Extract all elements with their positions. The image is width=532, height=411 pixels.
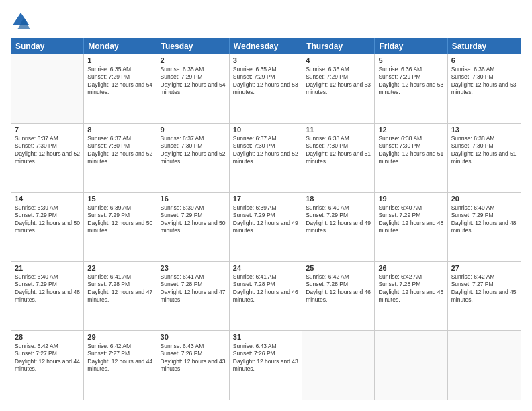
day-number: 2 xyxy=(161,56,226,64)
weekday-header: Sunday xyxy=(11,38,84,54)
calendar: SundayMondayTuesdayWednesdayThursdayFrid… xyxy=(11,38,521,400)
day-number: 30 xyxy=(161,333,226,341)
calendar-cell: 18Sunrise: 6:40 AMSunset: 7:29 PMDayligh… xyxy=(302,193,375,261)
day-number: 4 xyxy=(306,56,371,64)
day-number: 5 xyxy=(378,56,443,64)
calendar-cell xyxy=(11,54,84,123)
cell-info: Sunrise: 6:40 AMSunset: 7:29 PMDaylight:… xyxy=(306,204,371,234)
calendar-cell: 10Sunrise: 6:37 AMSunset: 7:30 PMDayligh… xyxy=(230,124,302,192)
day-number: 31 xyxy=(233,333,298,341)
cell-info: Sunrise: 6:41 AMSunset: 7:28 PMDaylight:… xyxy=(233,273,298,303)
calendar-row: 1Sunrise: 6:35 AMSunset: 7:29 PMDaylight… xyxy=(11,54,521,123)
cell-info: Sunrise: 6:42 AMSunset: 7:27 PMDaylight:… xyxy=(451,273,517,303)
day-number: 17 xyxy=(233,195,298,203)
calendar-cell: 1Sunrise: 6:35 AMSunset: 7:29 PMDaylight… xyxy=(84,54,157,123)
cell-info: Sunrise: 6:39 AMSunset: 7:29 PMDaylight:… xyxy=(233,204,298,234)
weekday-header: Wednesday xyxy=(230,38,302,54)
calendar-body: 1Sunrise: 6:35 AMSunset: 7:29 PMDaylight… xyxy=(11,54,521,400)
cell-info: Sunrise: 6:43 AMSunset: 7:26 PMDaylight:… xyxy=(233,342,298,372)
cell-info: Sunrise: 6:38 AMSunset: 7:30 PMDaylight:… xyxy=(378,135,443,165)
cell-info: Sunrise: 6:40 AMSunset: 7:29 PMDaylight:… xyxy=(15,273,80,303)
calendar-row: 7Sunrise: 6:37 AMSunset: 7:30 PMDaylight… xyxy=(11,123,521,192)
calendar-cell: 23Sunrise: 6:41 AMSunset: 7:28 PMDayligh… xyxy=(157,262,230,330)
cell-info: Sunrise: 6:42 AMSunset: 7:28 PMDaylight:… xyxy=(378,273,443,303)
day-number: 3 xyxy=(233,56,298,64)
cell-info: Sunrise: 6:35 AMSunset: 7:29 PMDaylight:… xyxy=(161,66,226,95)
calendar-cell: 12Sunrise: 6:38 AMSunset: 7:30 PMDayligh… xyxy=(375,124,447,192)
calendar-row: 14Sunrise: 6:39 AMSunset: 7:29 PMDayligh… xyxy=(11,192,521,261)
cell-info: Sunrise: 6:37 AMSunset: 7:30 PMDaylight:… xyxy=(87,135,152,165)
cell-info: Sunrise: 6:36 AMSunset: 7:30 PMDaylight:… xyxy=(451,66,517,95)
weekday-header: Thursday xyxy=(302,38,375,54)
weekday-header: Friday xyxy=(375,38,447,54)
cell-info: Sunrise: 6:35 AMSunset: 7:29 PMDaylight:… xyxy=(87,66,152,95)
calendar-cell: 3Sunrise: 6:35 AMSunset: 7:29 PMDaylight… xyxy=(230,54,302,123)
calendar-header: SundayMondayTuesdayWednesdayThursdayFrid… xyxy=(11,38,521,54)
day-number: 25 xyxy=(306,264,371,272)
cell-info: Sunrise: 6:39 AMSunset: 7:29 PMDaylight:… xyxy=(161,204,226,234)
calendar-cell: 31Sunrise: 6:43 AMSunset: 7:26 PMDayligh… xyxy=(230,331,302,400)
cell-info: Sunrise: 6:37 AMSunset: 7:30 PMDaylight:… xyxy=(161,135,226,165)
header xyxy=(11,11,521,31)
cell-info: Sunrise: 6:41 AMSunset: 7:28 PMDaylight:… xyxy=(87,273,152,303)
calendar-cell: 26Sunrise: 6:42 AMSunset: 7:28 PMDayligh… xyxy=(375,262,447,330)
weekday-header: Saturday xyxy=(448,38,521,54)
calendar-cell: 28Sunrise: 6:42 AMSunset: 7:27 PMDayligh… xyxy=(11,331,84,400)
cell-info: Sunrise: 6:37 AMSunset: 7:30 PMDaylight:… xyxy=(15,135,80,165)
day-number: 16 xyxy=(161,195,226,203)
day-number: 24 xyxy=(233,264,298,272)
day-number: 13 xyxy=(451,126,517,134)
day-number: 12 xyxy=(378,126,443,134)
calendar-cell: 25Sunrise: 6:42 AMSunset: 7:28 PMDayligh… xyxy=(302,262,375,330)
day-number: 11 xyxy=(306,126,371,134)
calendar-cell: 27Sunrise: 6:42 AMSunset: 7:27 PMDayligh… xyxy=(448,262,521,330)
day-number: 15 xyxy=(87,195,152,203)
calendar-cell: 15Sunrise: 6:39 AMSunset: 7:29 PMDayligh… xyxy=(84,193,157,261)
day-number: 9 xyxy=(161,126,226,134)
calendar-cell xyxy=(448,331,521,400)
calendar-cell: 14Sunrise: 6:39 AMSunset: 7:29 PMDayligh… xyxy=(11,193,84,261)
day-number: 27 xyxy=(451,264,517,272)
cell-info: Sunrise: 6:36 AMSunset: 7:29 PMDaylight:… xyxy=(378,66,443,95)
day-number: 6 xyxy=(451,56,517,64)
cell-info: Sunrise: 6:37 AMSunset: 7:30 PMDaylight:… xyxy=(233,135,298,165)
calendar-cell: 4Sunrise: 6:36 AMSunset: 7:29 PMDaylight… xyxy=(302,54,375,123)
day-number: 18 xyxy=(306,195,371,203)
calendar-cell: 17Sunrise: 6:39 AMSunset: 7:29 PMDayligh… xyxy=(230,193,302,261)
cell-info: Sunrise: 6:42 AMSunset: 7:27 PMDaylight:… xyxy=(15,342,80,372)
calendar-cell: 29Sunrise: 6:42 AMSunset: 7:27 PMDayligh… xyxy=(84,331,157,400)
cell-info: Sunrise: 6:42 AMSunset: 7:28 PMDaylight:… xyxy=(306,273,371,303)
cell-info: Sunrise: 6:35 AMSunset: 7:29 PMDaylight:… xyxy=(233,66,298,95)
calendar-cell: 22Sunrise: 6:41 AMSunset: 7:28 PMDayligh… xyxy=(84,262,157,330)
cell-info: Sunrise: 6:43 AMSunset: 7:26 PMDaylight:… xyxy=(161,342,226,372)
calendar-cell: 21Sunrise: 6:40 AMSunset: 7:29 PMDayligh… xyxy=(11,262,84,330)
calendar-cell: 20Sunrise: 6:40 AMSunset: 7:29 PMDayligh… xyxy=(448,193,521,261)
cell-info: Sunrise: 6:39 AMSunset: 7:29 PMDaylight:… xyxy=(87,204,152,234)
calendar-cell: 30Sunrise: 6:43 AMSunset: 7:26 PMDayligh… xyxy=(157,331,230,400)
cell-info: Sunrise: 6:36 AMSunset: 7:29 PMDaylight:… xyxy=(306,66,371,95)
calendar-cell: 9Sunrise: 6:37 AMSunset: 7:30 PMDaylight… xyxy=(157,124,230,192)
day-number: 23 xyxy=(161,264,226,272)
day-number: 22 xyxy=(87,264,152,272)
cell-info: Sunrise: 6:40 AMSunset: 7:29 PMDaylight:… xyxy=(378,204,443,234)
calendar-cell xyxy=(375,331,447,400)
calendar-cell: 11Sunrise: 6:38 AMSunset: 7:30 PMDayligh… xyxy=(302,124,375,192)
calendar-cell: 8Sunrise: 6:37 AMSunset: 7:30 PMDaylight… xyxy=(84,124,157,192)
page: SundayMondayTuesdayWednesdayThursdayFrid… xyxy=(0,0,532,411)
day-number: 20 xyxy=(451,195,517,203)
cell-info: Sunrise: 6:40 AMSunset: 7:29 PMDaylight:… xyxy=(451,204,517,234)
calendar-row: 28Sunrise: 6:42 AMSunset: 7:27 PMDayligh… xyxy=(11,330,521,400)
calendar-cell: 16Sunrise: 6:39 AMSunset: 7:29 PMDayligh… xyxy=(157,193,230,261)
calendar-row: 21Sunrise: 6:40 AMSunset: 7:29 PMDayligh… xyxy=(11,261,521,330)
day-number: 14 xyxy=(15,195,80,203)
weekday-header: Tuesday xyxy=(157,38,230,54)
calendar-cell: 19Sunrise: 6:40 AMSunset: 7:29 PMDayligh… xyxy=(375,193,447,261)
calendar-cell: 2Sunrise: 6:35 AMSunset: 7:29 PMDaylight… xyxy=(157,54,230,123)
day-number: 28 xyxy=(15,333,80,341)
cell-info: Sunrise: 6:38 AMSunset: 7:30 PMDaylight:… xyxy=(306,135,371,165)
day-number: 19 xyxy=(378,195,443,203)
calendar-cell: 5Sunrise: 6:36 AMSunset: 7:29 PMDaylight… xyxy=(375,54,447,123)
calendar-cell xyxy=(302,331,375,400)
day-number: 10 xyxy=(233,126,298,134)
calendar-cell: 13Sunrise: 6:38 AMSunset: 7:30 PMDayligh… xyxy=(448,124,521,192)
